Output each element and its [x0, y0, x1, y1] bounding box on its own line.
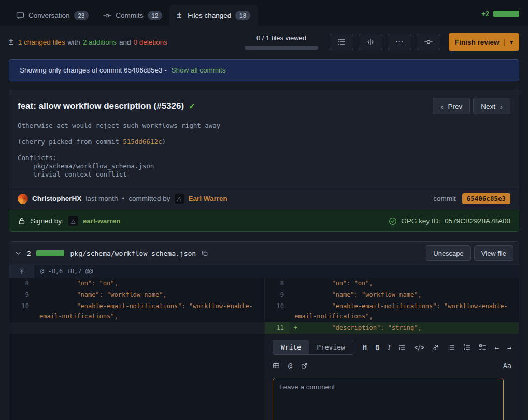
added-code-text: "description": "string", [294, 324, 422, 331]
unescape-label: Unescape [433, 250, 464, 257]
addition-marker: + [294, 323, 297, 333]
diff-icon: ± [9, 37, 13, 47]
cherry-pick-hash-link[interactable]: 515dd6612c [123, 138, 162, 146]
right-line-number[interactable]: 11 [264, 322, 289, 334]
gpg-key-label: GPG key ID: [401, 217, 440, 225]
collapse-file-chevron-icon[interactable] [15, 250, 22, 257]
commit-details-panel: feat: allow workflow description (#5326)… [9, 90, 519, 210]
commits-menu-button[interactable] [417, 34, 440, 50]
editor-tab-row: Write Preview H B I </> [273, 340, 511, 355]
dot-separator: • [122, 195, 125, 202]
unescape-button[interactable]: Unescape [426, 245, 471, 261]
right-code-cell: "name": "workflow-name", [289, 289, 519, 300]
right-line-number[interactable]: 9 [264, 289, 289, 300]
gpg-key-value: 0579CB2928A78A00 [445, 217, 510, 225]
mention-icon[interactable]: @ [288, 361, 292, 370]
left-line-number[interactable]: 9 [9, 289, 34, 300]
file-changes-count: 2 [27, 250, 31, 257]
caret-down-icon: ▾ [504, 39, 513, 46]
conflicts-block: Conflicts: pkg/schema/workflow_schema.js… [18, 154, 510, 179]
cherry-pick-text: ) [162, 138, 166, 146]
diff-view-options-button[interactable] [359, 34, 382, 50]
file-tree-toggle-button[interactable] [330, 34, 353, 50]
committed-by-label: committed by [129, 195, 170, 202]
redo-arrow-icon[interactable]: → [507, 343, 511, 352]
files-viewed-label: 0 / 1 files viewed [256, 34, 306, 42]
diff-row-added: 11 + "description": "string", [9, 322, 519, 334]
diff-file-panel: 2 pkg/schema/workflow_schema.json Unesca… [9, 241, 519, 420]
expand-hunk-button[interactable] [9, 265, 34, 278]
conversation-count-badge: 23 [74, 11, 89, 20]
pr-tabbar: Conversation 23 Commits 12 ± Files chang… [0, 0, 528, 26]
finish-review-button[interactable]: Finish review ▾ [449, 33, 519, 51]
bullet-list-icon[interactable] [448, 344, 455, 351]
files-viewed-progressbar [245, 46, 318, 50]
heading-icon[interactable]: H [363, 343, 367, 352]
tab-commits[interactable]: Commits 12 [96, 5, 169, 26]
left-code-cell: "enable-email-notifications": "workflow-… [34, 300, 264, 322]
reference-icon[interactable] [301, 362, 308, 369]
commit-title: feat: allow workflow description (#5326) [18, 101, 184, 111]
banner-text: Showing only changes of commit 65406c85e… [20, 66, 167, 74]
conversation-icon [16, 11, 24, 20]
link-icon[interactable] [432, 344, 439, 351]
quote-icon[interactable] [398, 344, 406, 351]
tab-write[interactable]: Write [273, 340, 309, 354]
left-code-cell-empty [34, 322, 264, 334]
view-file-button[interactable]: View file [474, 245, 513, 261]
right-line-number[interactable]: 10 [264, 300, 289, 322]
editor-tabs: Write Preview [273, 340, 353, 355]
prev-label: Prev [448, 103, 462, 110]
changed-files-count: 1 changed files [18, 38, 65, 46]
commit-time: last month [85, 195, 118, 202]
next-commit-button[interactable]: Next › [473, 98, 510, 114]
signer-name-link[interactable]: earl-warren [83, 217, 121, 225]
copy-path-icon[interactable] [201, 250, 208, 257]
task-list-icon[interactable] [479, 344, 486, 351]
prev-commit-button[interactable]: ‹ Prev [433, 98, 470, 114]
tab-conversation[interactable]: Conversation 23 [9, 5, 96, 26]
commit-hash-badge[interactable]: 65406c85e3 [462, 193, 510, 204]
more-options-button[interactable]: ⋯ [388, 34, 411, 50]
left-code-cell: "on": "on", [34, 278, 264, 289]
signer-avatar[interactable]: △ [68, 216, 78, 226]
left-line-number-empty [9, 322, 34, 334]
show-all-commits-link[interactable]: Show all commits [171, 66, 225, 74]
file-tree-icon [337, 38, 346, 46]
file-name-link[interactable]: pkg/schema/workflow_schema.json [70, 250, 196, 257]
additions-count: +2 [481, 10, 489, 18]
left-line-number[interactable]: 8 [9, 278, 34, 289]
file-diff-stat-bar [36, 250, 64, 256]
code-icon[interactable]: </> [414, 344, 424, 351]
tab-conversation-label: Conversation [28, 11, 70, 19]
author-name-link[interactable]: ChristopherHX [32, 195, 81, 202]
comment-textarea[interactable] [273, 378, 504, 420]
tab-commits-label: Commits [116, 11, 143, 19]
tab-preview[interactable]: Preview [309, 340, 353, 354]
table-icon[interactable] [273, 362, 280, 369]
commit-filter-banner: Showing only changes of commit 65406c85e… [9, 59, 519, 81]
numbered-list-icon[interactable] [463, 344, 470, 351]
cherry-pick-text: (cherry picked from commit [18, 138, 123, 146]
committer-avatar[interactable]: △ [175, 194, 184, 204]
undo-arrow-icon[interactable]: ← [495, 343, 499, 352]
committer-name-link[interactable]: Earl Warren [189, 195, 227, 202]
cherry-pick-line: (cherry picked from commit 515dd6612c) [18, 138, 510, 146]
bold-icon[interactable]: B [375, 343, 379, 352]
author-avatar[interactable] [18, 194, 28, 204]
commit-label: commit [433, 195, 456, 202]
files-changed-count-badge: 18 [235, 11, 250, 20]
additions-text: 2 additions [83, 38, 117, 46]
diff-row: 9 "name": "workflow-name", 9 "name": "wo… [9, 289, 519, 300]
diff-stat-summary: +2 [481, 10, 519, 26]
left-line-number[interactable]: 10 [9, 300, 34, 322]
chevron-left-icon: ‹ [440, 102, 443, 111]
font-toggle[interactable]: Aa [503, 361, 511, 370]
right-line-number[interactable]: 8 [264, 278, 289, 289]
italic-icon[interactable]: I [388, 343, 390, 352]
commit-message-line: Otherwise act would reject such workflow… [18, 122, 510, 130]
signed-by-label: Signed by: [31, 217, 64, 225]
tab-files-changed[interactable]: ± Files changed 18 [169, 5, 258, 26]
diff-left-filler [9, 334, 264, 420]
verified-check-icon [389, 217, 397, 225]
